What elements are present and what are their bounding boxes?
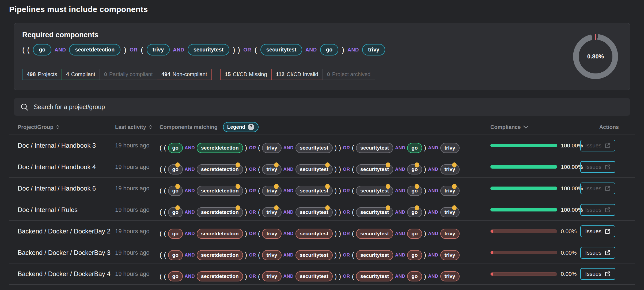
paren: ( ( — [160, 144, 166, 152]
boolean-operator: AND — [185, 188, 195, 194]
boolean-operator: OR — [243, 47, 251, 53]
pending-dot-icon — [325, 162, 330, 168]
column-header-compliance[interactable]: Compliance — [490, 124, 561, 130]
boolean-operator: OR — [249, 210, 256, 215]
project-name: Doc / Internal / Handbook 4 — [18, 163, 115, 171]
pending-dot-icon — [236, 162, 240, 168]
column-header-last-activity[interactable]: Last activity — [115, 124, 160, 130]
component-chip-securitytest: securitytest — [356, 143, 393, 153]
paren: ( — [352, 165, 354, 173]
search-icon — [20, 103, 28, 111]
boolean-operator: AND — [347, 47, 359, 53]
issues-button[interactable]: Issues — [580, 247, 615, 259]
component-chip-securitytest: securitytest — [296, 186, 333, 196]
table-body: Doc / Internal / Handbook 319 hours ago(… — [9, 135, 635, 285]
pending-dot-icon — [274, 184, 279, 189]
stat-badge-project-archived[interactable]: 0Project archived — [323, 69, 375, 80]
pending-dot-icon — [386, 162, 390, 168]
boolean-operator: OR — [343, 188, 350, 194]
compliance-bar — [490, 251, 557, 254]
boolean-operator: OR — [249, 188, 256, 194]
paren: ) — [245, 251, 247, 259]
stat-badge-ci-cd-invalid[interactable]: 112CI/CD Invalid — [271, 69, 323, 80]
component-chip-go: go — [168, 164, 183, 174]
component-chip-securitytest: securitytest — [356, 207, 393, 217]
boolean-operator: OR — [343, 231, 350, 236]
boolean-operator: OR — [249, 145, 256, 151]
issues-button: Issues — [580, 183, 615, 194]
boolean-operator: AND — [395, 210, 405, 215]
component-chip-secretdetection: secretdetection — [197, 271, 243, 281]
boolean-operator: AND — [283, 274, 294, 279]
donut-value: 0.80% — [587, 53, 604, 60]
boolean-operator: AND — [428, 252, 438, 258]
paren: ) — [245, 187, 247, 195]
compliance-bar — [490, 165, 557, 169]
component-chip-trivy: trivy — [262, 229, 281, 239]
boolean-operator: OR — [249, 252, 256, 258]
pending-dot-icon — [452, 184, 457, 189]
paren: ) — [245, 272, 247, 281]
compliance-bar — [490, 229, 557, 233]
search-input[interactable] — [34, 103, 624, 111]
paren: ( ( — [160, 208, 166, 216]
boolean-operator: AND — [283, 210, 294, 215]
last-activity-header-label: Last activity — [115, 124, 146, 130]
compliance-bar-cell — [490, 208, 561, 211]
stat-badge-ci-cd-missing[interactable]: 15CI/CD Missing — [220, 69, 272, 80]
paren: ) — [424, 165, 426, 173]
boolean-operator: AND — [395, 231, 405, 236]
paren: ( — [258, 251, 260, 259]
legend-button[interactable]: Legend ? — [223, 122, 259, 132]
table-header: Project/Group Last activity Components m… — [9, 120, 635, 135]
last-activity: 19 hours ago — [115, 163, 160, 170]
component-chip-go: go — [168, 250, 183, 260]
paren: ) ) — [335, 229, 341, 238]
component-chip-securitytest: securitytest — [260, 44, 302, 55]
table-row: Backend / Docker / DockerBay 219 hours a… — [9, 220, 635, 242]
stat-label: Non-compliant — [173, 71, 207, 77]
pending-dot-icon — [175, 162, 180, 168]
component-chip-go: go — [168, 207, 183, 217]
column-header-project-group[interactable]: Project/Group — [18, 124, 115, 130]
compliance-donut: 0.80% — [573, 34, 618, 79]
paren: ) ) — [335, 272, 341, 281]
external-link-icon — [605, 143, 611, 148]
compliance-bar — [490, 144, 557, 147]
pending-dot-icon — [325, 184, 330, 189]
last-activity: 19 hours ago — [115, 270, 160, 277]
boolean-operator: AND — [395, 252, 405, 258]
pending-dot-icon — [452, 205, 457, 210]
boolean-operator: AND — [428, 188, 438, 194]
search-bar[interactable] — [14, 98, 630, 116]
table-row: Doc / Internal / Handbook 319 hours ago(… — [9, 135, 635, 156]
component-chip-securitytest: securitytest — [188, 44, 229, 55]
compliance-bar-fill — [491, 251, 493, 254]
component-chip-trivy: trivy — [262, 271, 281, 281]
table-row: Backend / Docker / DockerBay 419 hours a… — [9, 263, 635, 285]
paren: ( — [352, 272, 354, 281]
boolean-operator: OR — [249, 167, 256, 172]
compliance-bar — [490, 272, 557, 276]
sort-icon — [149, 125, 152, 129]
compliance-bar-cell — [490, 272, 561, 276]
paren: ( — [258, 165, 260, 173]
components-expression: ( (goANDsecretdetection)OR(trivyANDsecur… — [160, 271, 490, 281]
issues-button[interactable]: Issues — [580, 225, 615, 237]
paren: ( ( — [160, 272, 166, 281]
issues-button[interactable]: Issues — [580, 268, 615, 280]
stat-badge-projects[interactable]: 498Projects — [22, 69, 62, 80]
stat-badge-non-compliant[interactable]: 494Non-compliant — [157, 69, 211, 80]
paren: ) — [424, 251, 426, 259]
stat-badge-compliant[interactable]: 4Compliant — [62, 69, 100, 80]
pending-dot-icon — [415, 205, 419, 210]
component-chip-secretdetection: secretdetection — [197, 186, 243, 196]
stat-label: CI/CD Invalid — [287, 71, 318, 77]
paren: ) ) — [335, 208, 341, 216]
pending-dot-icon — [325, 205, 330, 210]
boolean-operator: AND — [428, 231, 438, 236]
paren: ( — [141, 45, 143, 54]
pending-dot-icon — [452, 162, 457, 168]
stat-badge-partially-compliant[interactable]: 0Partially compliant — [100, 69, 157, 80]
compliance-bar-cell — [490, 229, 561, 233]
